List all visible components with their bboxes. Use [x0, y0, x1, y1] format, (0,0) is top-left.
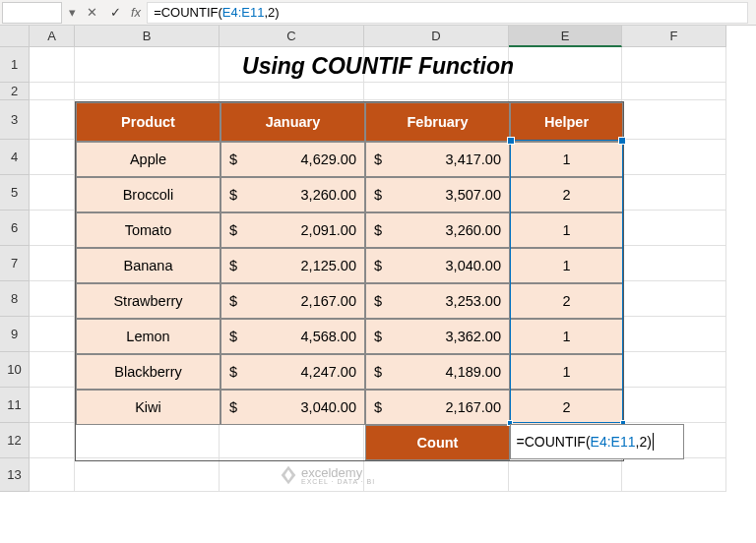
cell[interactable] [30, 211, 75, 246]
cell[interactable] [622, 281, 726, 317]
cancel-formula-icon[interactable]: ✕ [80, 2, 103, 24]
cell[interactable] [364, 47, 509, 83]
cell[interactable] [622, 211, 726, 246]
column-header[interactable]: A [30, 26, 75, 47]
cell[interactable] [30, 458, 75, 492]
cell-product[interactable]: Banana [76, 248, 220, 283]
cell[interactable] [622, 317, 726, 352]
cell-february[interactable]: $2,167.00 [365, 390, 510, 425]
cell[interactable] [30, 246, 75, 281]
cell-january[interactable]: $4,629.00 [220, 142, 365, 177]
cell-february[interactable]: $4,189.00 [365, 354, 510, 390]
cell-january[interactable]: $4,247.00 [220, 354, 365, 390]
cell-product[interactable]: Apple [76, 142, 220, 177]
cell-february[interactable]: $3,260.00 [365, 212, 510, 248]
cell[interactable] [509, 83, 622, 100]
active-cell-editor[interactable]: =COUNTIF(E4:E11,2) [510, 424, 684, 459]
row-header[interactable]: 5 [0, 175, 30, 211]
row-header[interactable]: 10 [0, 352, 30, 388]
select-all-corner[interactable] [0, 26, 30, 47]
cell-helper[interactable]: 1 [510, 212, 623, 248]
cell-product[interactable]: Tomato [76, 212, 220, 248]
row-header[interactable]: 12 [0, 423, 30, 458]
header-product[interactable]: Product [76, 102, 220, 142]
cell-january[interactable]: $3,040.00 [220, 390, 365, 425]
cell-helper[interactable]: 1 [510, 142, 623, 177]
cell-january[interactable]: $3,260.00 [220, 177, 365, 212]
cell-product[interactable]: Blackberry [76, 354, 220, 390]
cell[interactable] [30, 47, 75, 83]
cell[interactable] [622, 352, 726, 388]
cell[interactable] [364, 458, 509, 492]
cell-february[interactable]: $3,362.00 [365, 319, 510, 354]
cell[interactable] [30, 100, 75, 140]
column-header[interactable]: C [220, 26, 364, 47]
cell[interactable] [509, 458, 622, 492]
row-header[interactable]: 1 [0, 47, 30, 83]
cell-helper[interactable]: 2 [510, 390, 623, 425]
cell[interactable] [364, 83, 509, 100]
cell-helper[interactable]: 1 [510, 248, 623, 283]
row-header[interactable]: 13 [0, 458, 30, 492]
column-header[interactable]: F [622, 26, 726, 47]
row-header[interactable]: 2 [0, 83, 30, 100]
cell-product[interactable]: Broccoli [76, 177, 220, 212]
cell[interactable] [30, 317, 75, 352]
cell[interactable] [622, 246, 726, 281]
cell[interactable] [220, 83, 364, 100]
header-january[interactable]: January [220, 102, 365, 142]
cell[interactable] [75, 458, 220, 492]
header-february[interactable]: February [365, 102, 510, 142]
column-header[interactable]: D [364, 26, 509, 47]
row-header[interactable]: 7 [0, 246, 30, 281]
row-header[interactable]: 8 [0, 281, 30, 317]
cell[interactable] [30, 388, 75, 423]
row-header[interactable]: 9 [0, 317, 30, 352]
cell[interactable] [30, 175, 75, 211]
name-box-dropdown-icon[interactable]: ▾ [64, 5, 80, 20]
cell-february[interactable]: $3,507.00 [365, 177, 510, 212]
confirm-formula-icon[interactable]: ✓ [103, 2, 127, 24]
cell[interactable] [622, 458, 726, 492]
cell[interactable] [30, 83, 75, 100]
cell[interactable] [75, 83, 220, 100]
cell-february[interactable]: $3,253.00 [365, 283, 510, 319]
cell-january[interactable]: $2,125.00 [220, 248, 365, 283]
column-header[interactable]: E [509, 26, 622, 47]
cell[interactable] [30, 352, 75, 388]
fx-icon[interactable]: fx [131, 5, 141, 20]
cell[interactable] [622, 47, 726, 83]
cell-helper[interactable]: 2 [510, 177, 623, 212]
formula-input[interactable]: =COUNTIF(E4:E11,2) [147, 2, 748, 24]
cell[interactable] [622, 140, 726, 175]
cell-product[interactable]: Kiwi [76, 390, 220, 425]
row-header[interactable]: 11 [0, 388, 30, 423]
cell-february[interactable]: $3,417.00 [365, 142, 510, 177]
cell-february[interactable]: $3,040.00 [365, 248, 510, 283]
cell-january[interactable]: $4,568.00 [220, 319, 365, 354]
cell-helper[interactable]: 2 [510, 283, 623, 319]
cell[interactable] [220, 47, 364, 83]
cell-helper[interactable]: 1 [510, 354, 623, 390]
name-box[interactable] [2, 2, 62, 24]
cell[interactable] [622, 175, 726, 211]
cell[interactable] [30, 281, 75, 317]
cell-january[interactable]: $2,167.00 [220, 283, 365, 319]
cell-product[interactable]: Lemon [76, 319, 220, 354]
column-header[interactable]: B [75, 26, 220, 47]
cell[interactable] [30, 140, 75, 175]
row-header[interactable]: 3 [0, 100, 30, 140]
cell[interactable] [622, 83, 726, 100]
cell[interactable] [75, 47, 220, 83]
cell-helper[interactable]: 1 [510, 319, 623, 354]
count-label-cell[interactable]: Count [365, 425, 510, 460]
cell[interactable] [622, 388, 726, 423]
cell[interactable] [509, 47, 622, 83]
cell-january[interactable]: $2,091.00 [220, 212, 365, 248]
cell-product[interactable]: Strawberry [76, 283, 220, 319]
row-header[interactable]: 6 [0, 211, 30, 246]
cell[interactable] [622, 100, 726, 140]
header-helper[interactable]: Helper [510, 102, 623, 142]
row-header[interactable]: 4 [0, 140, 30, 175]
cell[interactable] [30, 423, 75, 458]
